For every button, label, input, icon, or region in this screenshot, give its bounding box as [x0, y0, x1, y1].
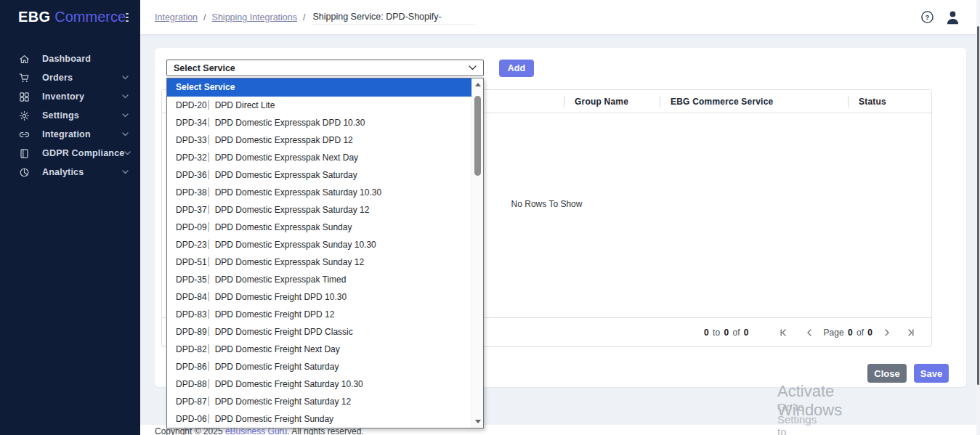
option-name: DPD Domestic Freight DPD Classic [215, 327, 353, 337]
gear-icon [19, 110, 30, 121]
option-separator [208, 118, 209, 127]
breadcrumb-separator: / [203, 12, 206, 23]
option-code: DPD-20 [176, 97, 207, 114]
dropdown-option[interactable]: DPD-32DPD Domestic Expresspak Next Day [167, 149, 483, 166]
breadcrumb: Integration / Shipping Integrations / Sh… [155, 10, 475, 25]
sidebar-item-label: Dashboard [42, 54, 91, 64]
next-page-icon[interactable] [883, 328, 891, 337]
option-name: DPD Domestic Expresspak Sunday 12 [215, 257, 364, 267]
browser-scrollbar[interactable] [976, 0, 980, 435]
sidebar-item-label: Settings [42, 110, 79, 121]
dropdown-option[interactable]: DPD-38DPD Domestic Expresspak Saturday 1… [167, 184, 483, 201]
column-separator [848, 96, 849, 107]
option-name: DPD Domestic Expresspak Sunday 10.30 [215, 240, 376, 250]
sidebar-item-inventory[interactable]: Inventory [0, 87, 140, 106]
dropdown-scrollbar[interactable] [471, 78, 483, 428]
option-separator [208, 170, 209, 179]
dropdown-option[interactable]: DPD-37DPD Domestic Expresspak Saturday 1… [167, 201, 483, 219]
dropdown-option[interactable]: DPD-89DPD Domestic Freight DPD Classic [167, 323, 483, 341]
dropdown-option[interactable]: DPD-51DPD Domestic Expresspak Sunday 12 [167, 253, 483, 271]
cart-icon [19, 73, 30, 84]
option-code: DPD-36 [176, 166, 207, 184]
option-code: DPD-23 [176, 236, 207, 253]
dropdown-option-placeholder[interactable]: Select Service [167, 78, 483, 97]
dropdown-option[interactable]: DPD-88DPD Domestic Freight Saturday 10.3… [167, 375, 483, 393]
option-code: DPD-37 [176, 201, 207, 219]
sidebar-item-dashboard[interactable]: Dashboard [0, 49, 140, 68]
dropdown-scrollbar-thumb[interactable] [474, 96, 481, 176]
option-name: DPD Domestic Freight Saturday [215, 362, 339, 372]
dropdown-option[interactable]: DPD-82DPD Domestic Freight Next Day [167, 341, 483, 358]
option-code: DPD-88 [176, 375, 207, 393]
dropdown-option[interactable]: DPD-06DPD Domestic Freight Sunday [167, 410, 483, 428]
dropdown-option[interactable]: DPD-86DPD Domestic Freight Saturday [167, 358, 483, 375]
dropdown-option[interactable]: DPD-09DPD Domestic Expresspak Sunday [167, 219, 483, 236]
option-name: DPD Domestic Expresspak Timed [215, 275, 347, 285]
close-button[interactable]: Close [867, 364, 907, 383]
option-separator [208, 397, 209, 406]
user-avatar-icon[interactable] [946, 10, 960, 25]
option-code: DPD-82 [176, 341, 207, 358]
chevron-down-icon [122, 113, 129, 118]
breadcrumb-separator: / [303, 12, 305, 23]
svg-text:?: ? [926, 13, 930, 21]
sidebar-item-gdpr-compliance[interactable]: GDPR Compliance [0, 144, 140, 163]
brand-logo[interactable]: EBG Commerce [0, 0, 140, 34]
help-icon[interactable]: ? [920, 10, 934, 24]
dropdown-option[interactable]: DPD-34DPD Domestic Expresspak DPD 10.30 [167, 114, 483, 131]
dropdown-option[interactable]: DPD-33DPD Domestic Expresspak DPD 12 [167, 131, 483, 149]
add-button[interactable]: Add [499, 60, 534, 77]
last-page-icon[interactable] [907, 328, 915, 337]
sidebar-item-analytics[interactable]: Analytics [0, 163, 140, 182]
page-total: 0 [867, 328, 873, 338]
pagination-of-word: of [732, 328, 741, 338]
pie-chart-icon [19, 167, 30, 178]
hamburger-menu-icon[interactable] [126, 11, 129, 24]
option-separator [208, 292, 209, 301]
dropdown-option[interactable]: DPD-20DPD Direct Lite [167, 97, 483, 114]
scroll-down-arrow-icon[interactable] [472, 415, 484, 428]
service-select[interactable]: Select Service [166, 60, 484, 76]
breadcrumb-current: Shipping Service: DPD-Shopify- [312, 10, 475, 25]
first-page-icon[interactable] [779, 328, 787, 337]
sidebar-item-label: GDPR Compliance [42, 148, 124, 158]
column-header-ebg-commerce-service[interactable]: EBG Commerce Service [671, 97, 773, 107]
sidebar-item-settings[interactable]: Settings [0, 106, 140, 125]
page-word: Page [823, 328, 845, 338]
watermark-line1: Activate Windows [777, 382, 842, 420]
option-separator [208, 100, 209, 110]
column-header-group-name[interactable]: Group Name [575, 97, 628, 107]
breadcrumb-link-shipping-integrations[interactable]: Shipping Integrations [212, 12, 297, 23]
option-separator [208, 222, 209, 232]
pagination-page-label: Page 0 of 0 [823, 328, 873, 338]
dropdown-options: DPD-20DPD Direct Lite DPD-34DPD Domestic… [167, 97, 483, 428]
home-icon [19, 54, 30, 65]
dropdown-option[interactable]: DPD-35DPD Domestic Expresspak Timed [167, 271, 483, 288]
option-code: DPD-35 [176, 271, 207, 288]
dropdown-option[interactable]: DPD-36DPD Domestic Expresspak Saturday [167, 166, 483, 184]
page-current: 0 [847, 328, 854, 338]
save-button[interactable]: Save [914, 364, 949, 383]
sidebar-item-label: Orders [42, 73, 73, 83]
sidebar-item-label: Analytics [42, 167, 84, 177]
dropdown-option[interactable]: DPD-84DPD Domestic Freight DPD 10.30 [167, 288, 483, 306]
dropdown-option[interactable]: DPD-23DPD Domestic Expresspak Sunday 10.… [167, 236, 483, 253]
option-separator [208, 275, 209, 284]
topbar-icons: ? [920, 10, 960, 25]
option-name: DPD Domestic Freight DPD 10.30 [215, 292, 347, 302]
previous-page-icon[interactable] [805, 328, 814, 337]
sidebar-item-orders[interactable]: Orders [0, 68, 140, 87]
breadcrumb-link-integration[interactable]: Integration [155, 12, 198, 23]
sidebar-nav: Dashboard Orders Inventory [0, 34, 140, 182]
pagination-to-word: to [712, 328, 721, 338]
browser-scrollbar-thumb[interactable] [977, 26, 979, 385]
dropdown-option[interactable]: DPD-83DPD Domestic Freight DPD 12 [167, 306, 483, 323]
service-select-value: Select Service [174, 63, 235, 73]
dropdown-option[interactable]: DPD-87DPD Domestic Freight Saturday 12 [167, 393, 483, 410]
sidebar-item-integration[interactable]: Integration [0, 125, 140, 144]
option-code: DPD-34 [176, 114, 207, 131]
scroll-up-arrow-icon[interactable] [472, 78, 484, 91]
option-name: DPD Domestic Freight Sunday [215, 414, 333, 424]
chevron-down-icon [122, 170, 129, 174]
column-header-status[interactable]: Status [859, 97, 886, 107]
